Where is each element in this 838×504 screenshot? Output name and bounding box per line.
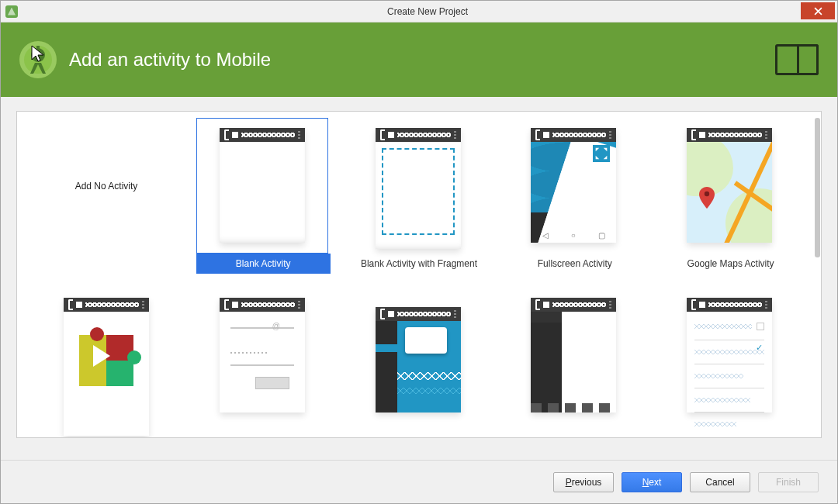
template-gallery: Add No Activity Blank Activity [16, 111, 822, 438]
app-icon [5, 5, 18, 18]
template-row2-3[interactable] [352, 288, 487, 418]
next-button[interactable]: Next [622, 472, 682, 492]
template-label: Blank Activity with Fragment [361, 258, 477, 269]
template-row2-2[interactable]: @ [196, 288, 331, 418]
finish-button: Finish [758, 472, 819, 492]
svg-rect-1 [36, 46, 40, 50]
template-row2-5[interactable]: ✓ [663, 288, 798, 418]
scrollbar-thumb[interactable] [815, 118, 820, 257]
template-blank-activity[interactable]: Blank Activity [196, 118, 331, 274]
template-add-no-activity[interactable]: Add No Activity [40, 118, 175, 274]
play-services-icon [79, 335, 133, 386]
check-icon: ✓ [756, 343, 763, 353]
close-icon [814, 7, 822, 16]
template-label: Fullscreen Activity [538, 258, 612, 269]
wizard-footer: Previous Next Cancel Finish [1, 460, 837, 503]
template-row2-4[interactable] [507, 288, 642, 418]
banner: Add an activity to Mobile [1, 22, 837, 97]
content-area: Add No Activity Blank Activity [1, 97, 837, 460]
template-label: Blank Activity [236, 258, 291, 269]
android-studio-logo-icon [19, 41, 57, 78]
cancel-button[interactable]: Cancel [690, 472, 750, 492]
template-blank-activity-fragment[interactable]: Blank Activity with Fragment [352, 118, 487, 274]
window-title: Create New Project [18, 6, 837, 17]
device-icon [775, 44, 819, 75]
map-pin-icon [699, 187, 715, 212]
template-label: Add No Activity [40, 181, 172, 192]
close-button[interactable] [801, 2, 835, 19]
previous-button[interactable]: Previous [553, 472, 614, 492]
svg-point-2 [705, 192, 709, 196]
template-label: Google Maps Activity [687, 258, 774, 269]
titlebar: Create New Project [1, 1, 837, 22]
login-submit-icon [255, 377, 289, 389]
wizard-window: Create New Project Add an activity to Mo… [0, 0, 838, 504]
banner-title: Add an activity to Mobile [69, 49, 271, 71]
template-fullscreen-activity[interactable]: ◁○▢ Fullscreen Activity [507, 118, 642, 274]
template-row2-1[interactable] [40, 288, 175, 418]
template-google-maps-activity[interactable]: Google Maps Activity [663, 118, 798, 274]
